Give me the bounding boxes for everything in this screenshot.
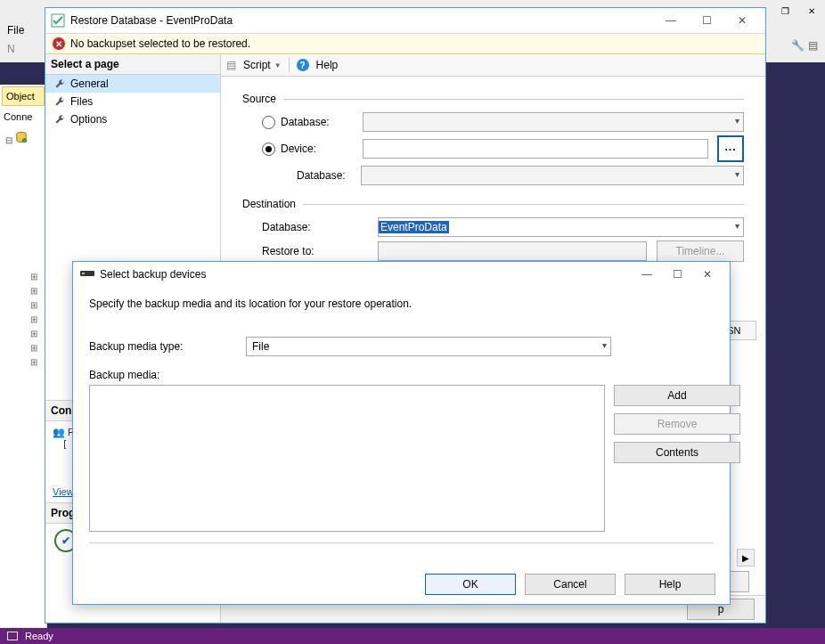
maximize-button[interactable]: ☐ (689, 9, 724, 32)
tree-expand-icon[interactable]: ⊞ (30, 329, 37, 338)
view-connection-link[interactable]: View (53, 486, 74, 497)
source-inner-db-label: Database: (297, 169, 361, 182)
tree-expand-icon[interactable]: ⊞ (30, 357, 37, 367)
tree-expand-icon[interactable]: ⊞ (30, 286, 37, 296)
cancel-button[interactable]: Cancel (525, 574, 616, 595)
media-type-value: File (247, 340, 274, 353)
page-options-label: Options (70, 113, 107, 126)
wrench-icon[interactable]: 🔧 (791, 39, 805, 52)
tree-expand-icon[interactable]: ⊞ (30, 300, 37, 310)
source-inner-db-combo[interactable]: ▾ (361, 166, 744, 185)
help-icon: ? (297, 59, 309, 71)
database-icon (15, 131, 28, 143)
media-type-label: Backup media type: (89, 340, 235, 353)
backup-media-label: Backup media: (89, 369, 714, 381)
page-files[interactable]: Files (45, 93, 220, 110)
timeline-button[interactable]: Timeline... (657, 240, 744, 262)
destination-legend: Destination (242, 198, 296, 210)
status-indicator-icon (7, 632, 18, 640)
modal-footer: OK Cancel Help (73, 565, 730, 604)
media-type-combo[interactable]: File ▾ (246, 337, 611, 356)
destination-database-value: EventProData (379, 221, 449, 233)
restore-to-input (378, 241, 647, 261)
contents-button[interactable]: Contents (614, 442, 740, 463)
source-database-combo: ▾ (363, 112, 744, 132)
page-general[interactable]: General (45, 75, 220, 93)
modal-instruction: Specify the backup media and its locatio… (89, 298, 714, 310)
chevron-down-icon: ▾ (602, 340, 607, 350)
destination-database-label: Database: (262, 221, 378, 233)
tree-collapse-icon[interactable]: ⊟ (5, 135, 12, 145)
device-icon (80, 268, 94, 281)
remove-button[interactable]: Remove (614, 413, 740, 435)
svg-rect-4 (82, 273, 85, 274)
script-icon: ▤ (226, 59, 236, 71)
tree-expand-icon[interactable]: ⊞ (30, 343, 37, 353)
menu-file[interactable]: File (7, 24, 24, 37)
restore-app-icon (51, 13, 65, 28)
source-group: Source (242, 93, 744, 105)
status-bar: Ready (0, 628, 825, 644)
modal-help-button[interactable]: Help (625, 574, 715, 595)
page-files-label: Files (70, 95, 93, 108)
radio-source-device[interactable] (262, 143, 275, 156)
radio-source-database[interactable] (262, 116, 275, 129)
content-toolbar: ▤ Script ▼ ? Help (221, 54, 765, 77)
object-explorer-tab[interactable]: Object (2, 86, 45, 106)
grid-scroll-right-icon[interactable]: ▶ (737, 549, 755, 567)
modal-minimize-button[interactable]: — (632, 264, 662, 285)
warning-banner: ✕ No backupset selected to be restored. (45, 34, 765, 54)
source-device-input[interactable] (363, 139, 708, 159)
select-page-header: Select a page (45, 54, 220, 75)
modal-close-button[interactable]: ✕ (692, 264, 723, 285)
browse-device-button[interactable]: ... (717, 135, 744, 162)
warning-text: No backupset selected to be restored. (70, 37, 250, 50)
restore-titlebar[interactable]: Restore Database - EventProData — ☐ ✕ (45, 8, 765, 34)
modal-maximize-button[interactable]: ☐ (662, 264, 692, 285)
source-device-label: Device: (281, 143, 363, 155)
wrench-icon (54, 96, 65, 107)
restore-to-label: Restore to: (262, 245, 378, 257)
wrench-icon (54, 78, 65, 89)
connect-tab[interactable]: Conne (0, 108, 46, 126)
host-close-icon[interactable]: ✕ (798, 1, 825, 20)
minimize-button[interactable]: — (653, 9, 689, 32)
page-general-label: General (70, 77, 109, 90)
destination-group: Destination (242, 198, 744, 210)
modal-titlebar[interactable]: Select backup devices — ☐ ✕ (73, 262, 730, 287)
add-button[interactable]: Add (614, 385, 740, 406)
host-restore-icon[interactable]: ❐ (772, 1, 798, 20)
select-backup-devices-dialog: Select backup devices — ☐ ✕ Specify the … (72, 261, 731, 605)
source-database-label: Database: (281, 116, 363, 128)
page-options[interactable]: Options (45, 110, 220, 128)
svg-point-1 (22, 138, 27, 143)
chevron-down-icon: ▾ (735, 221, 739, 231)
chevron-down-icon: ▾ (735, 116, 739, 126)
restore-title: Restore Database - EventProData (70, 14, 233, 27)
destination-database-combo[interactable]: EventProData ▾ (378, 217, 744, 237)
tree-expand-icon[interactable]: ⊞ (30, 314, 37, 324)
close-button[interactable]: ✕ (724, 9, 760, 32)
script-button[interactable]: Script (243, 59, 271, 71)
wrench-icon (54, 114, 65, 125)
source-legend: Source (242, 93, 276, 105)
status-text: Ready (25, 631, 53, 641)
help-button[interactable]: Help (316, 59, 339, 71)
object-explorer-panel: Object Conne ⊟ ⊞ ⊞ ⊞ ⊞ ⊞ ⊞ ⊞ (0, 85, 47, 628)
backup-media-list[interactable] (89, 385, 605, 532)
toolbar-overflow-icon[interactable]: ▤ (808, 39, 818, 52)
modal-title: Select backup devices (100, 268, 206, 281)
error-icon: ✕ (53, 37, 65, 50)
ok-button[interactable]: OK (425, 574, 516, 595)
tree-expand-icon[interactable]: ⊞ (30, 272, 37, 281)
script-dropdown-icon[interactable]: ▼ (274, 61, 282, 69)
chevron-down-icon: ▾ (735, 169, 739, 179)
